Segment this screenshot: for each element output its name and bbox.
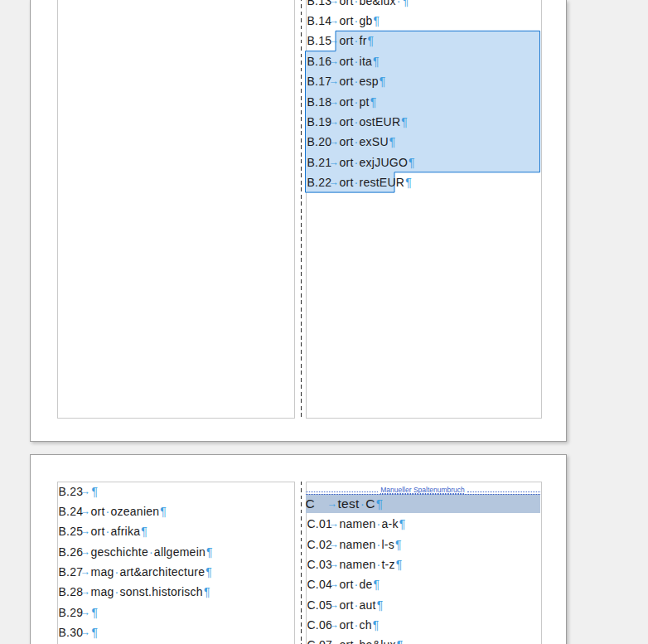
- tab-arrow-mark: →: [329, 559, 340, 570]
- document-line-B.17[interactable]: B.17→ort·esp¶: [307, 71, 386, 91]
- document-line-B.25[interactable]: B.25→ort·afrika¶: [59, 521, 148, 541]
- line-text: ort: [340, 578, 354, 591]
- break-dotted-line: [467, 491, 540, 492]
- line-number: B.21: [307, 156, 329, 169]
- line-text: pt: [360, 95, 370, 109]
- line-text: ort: [340, 618, 354, 632]
- line-number: B.26: [59, 545, 80, 559]
- line-text: exSU: [360, 135, 389, 148]
- line-text: namen: [340, 517, 376, 530]
- space-dot-mark: ·: [396, 0, 402, 7]
- space-dot-mark: ·: [354, 34, 360, 47]
- line-text: ort: [340, 156, 354, 169]
- document-line-C.03[interactable]: C.03→namen·t-z¶: [307, 554, 403, 574]
- document-line-B.29[interactable]: B.29→¶: [59, 603, 99, 622]
- line-text: t-z: [381, 558, 394, 571]
- pilcrow-mark: ¶: [206, 565, 212, 579]
- pilcrow-mark: ¶: [374, 14, 380, 27]
- space-dot-mark: ·: [105, 525, 111, 538]
- line-text: exjJUGO: [360, 156, 409, 169]
- line-number: C.01: [307, 517, 329, 530]
- line-number: B.14: [307, 14, 329, 27]
- writer-document-canvas: B.13→ort·be&lux·¶B.14→ort·gb¶B.15→ort·fr…: [0, 0, 648, 644]
- pilcrow-mark: ¶: [92, 485, 99, 498]
- tab-arrow-mark: →: [329, 56, 340, 67]
- document-line-C.07[interactable]: C.07→ort·be&lux¶: [307, 635, 404, 644]
- document-line-B.24[interactable]: B.24→ort·ozeanien¶: [59, 501, 167, 521]
- pilcrow-mark: ¶: [374, 578, 380, 591]
- line-text: ort: [91, 525, 105, 538]
- pilcrow-mark: ¶: [141, 525, 147, 538]
- space-dot-mark: ·: [114, 585, 119, 598]
- line-text: geschichte: [91, 545, 148, 559]
- document-line-B.28[interactable]: B.28→mag·sonst.historisch¶: [59, 582, 210, 602]
- document-line-B.19[interactable]: B.19→ort·ostEUR¶: [307, 112, 409, 132]
- line-text: sonst.historisch: [119, 585, 202, 598]
- line-text: ozeanien: [111, 505, 160, 518]
- pilcrow-mark: ¶: [399, 517, 406, 530]
- line-text: ort: [340, 598, 354, 612]
- line-text: de: [360, 578, 373, 591]
- line-text: l-s: [381, 538, 394, 551]
- line-text: ort: [340, 135, 354, 148]
- line-text: be&lux: [360, 0, 396, 7]
- space-dot-mark: ·: [354, 14, 360, 27]
- document-line-B.14[interactable]: B.14→ort·gb¶: [307, 11, 380, 31]
- tab-arrow-mark: →: [329, 599, 340, 611]
- line-text: ort: [340, 14, 354, 27]
- space-dot-mark: ·: [354, 135, 360, 148]
- document-line-B.13[interactable]: B.13→ort·be&lux·¶: [307, 0, 409, 11]
- line-text: gb: [360, 14, 373, 27]
- line-text: esp: [360, 75, 379, 88]
- document-line-B.20[interactable]: B.20→ort·exSU¶: [307, 132, 396, 152]
- heading-paragraph[interactable]: C→test·C¶: [306, 494, 540, 513]
- pilcrow-mark: ¶: [370, 95, 377, 109]
- document-line-B.16[interactable]: B.16→ort·ita¶: [307, 51, 380, 71]
- document-line-B.30[interactable]: B.30→¶: [59, 622, 99, 642]
- page-2[interactable]: Manueller Spaltenumbruch C→test·C¶ B.23→…: [30, 454, 567, 644]
- document-line-B.23[interactable]: B.23→¶: [59, 482, 99, 501]
- tab-arrow-mark: →: [329, 639, 340, 644]
- document-line-C.04[interactable]: C.04→ort·de¶: [307, 574, 380, 594]
- document-line-B.15[interactable]: B.15→ort·fr¶: [307, 31, 375, 51]
- tab-arrow-mark: →: [329, 518, 340, 530]
- document-line-B.27[interactable]: B.27→mag·art&architecture¶: [59, 562, 213, 582]
- line-number: C.03: [307, 558, 329, 571]
- pilcrow-mark: ¶: [92, 626, 99, 639]
- document-line-C[interactable]: C→test·C¶: [306, 496, 384, 511]
- tab-arrow-mark: →: [329, 579, 340, 590]
- document-line-C.01[interactable]: C.01→namen·a-k¶: [307, 514, 406, 534]
- pilcrow-mark: ¶: [160, 505, 167, 518]
- document-line-B.18[interactable]: B.18→ort·pt¶: [307, 91, 377, 111]
- line-text: ostEUR: [360, 115, 401, 128]
- line-number: B.16: [307, 55, 329, 68]
- space-dot-mark: ·: [354, 75, 360, 88]
- tab-arrow-mark: →: [329, 619, 340, 631]
- document-line-B.26[interactable]: B.26→geschichte·allgemein¶: [59, 542, 213, 562]
- pilcrow-mark: ¶: [368, 34, 375, 47]
- pilcrow-mark: ¶: [92, 606, 99, 619]
- pilcrow-mark: ¶: [405, 176, 412, 189]
- document-line-C.06[interactable]: C.06→ort·ch¶: [307, 615, 380, 635]
- document-line-C.05[interactable]: C.05→ort·aut¶: [307, 594, 384, 614]
- page-1[interactable]: B.13→ort·be&lux·¶B.14→ort·gb¶B.15→ort·fr…: [30, 0, 567, 442]
- column-gutter-dashed-line: [301, 482, 302, 644]
- tab-arrow-mark: →: [80, 486, 91, 497]
- space-dot-mark: ·: [114, 565, 119, 579]
- line-text: mag: [91, 565, 114, 579]
- tab-arrow-mark: →: [329, 35, 340, 46]
- tab-arrow-mark: →: [329, 539, 340, 550]
- column-break-indicator: Manueller Spaltenumbruch: [306, 482, 540, 494]
- tab-arrow-mark: →: [80, 586, 91, 598]
- pilcrow-mark: ¶: [204, 585, 210, 598]
- document-line-C.02[interactable]: C.02→namen·l-s¶: [307, 534, 402, 554]
- line-number: C.04: [307, 578, 329, 591]
- tab-arrow-mark: →: [329, 96, 340, 108]
- space-dot-mark: ·: [360, 496, 365, 511]
- tab-arrow-mark: →: [329, 15, 340, 27]
- pilcrow-mark: ¶: [206, 545, 213, 559]
- line-number: B.29: [59, 606, 80, 619]
- document-line-B.21[interactable]: B.21→ort·exjJUGO¶: [307, 152, 415, 172]
- document-line-B.22[interactable]: B.22→ort·restEUR¶: [307, 172, 412, 192]
- line-text: test: [338, 496, 360, 511]
